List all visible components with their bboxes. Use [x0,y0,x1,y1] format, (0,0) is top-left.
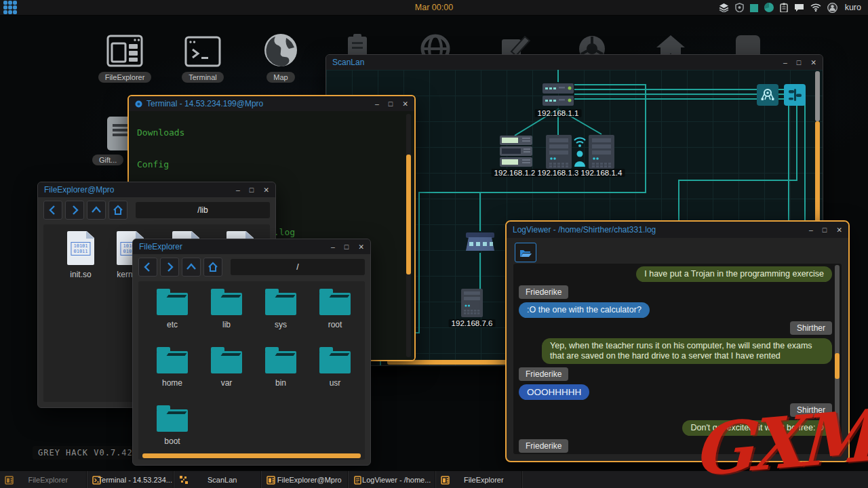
desktop-icon-terminal[interactable]: Terminal [173,33,233,83]
window-title: Terminal - 14.53.234.199@Mpro [146,99,263,108]
open-file-button[interactable] [515,243,536,262]
window-title: ScanLan [332,58,364,67]
desktop-icon-fileexplorer[interactable]: FileExplorer [95,33,155,83]
maximize-button[interactable]: □ [389,100,393,108]
folder-item-lib[interactable]: lib [199,287,254,329]
status-square-icon[interactable] [750,3,758,12]
wifi-user-indicator [572,133,587,171]
home-button[interactable] [203,258,222,277]
wifi-icon[interactable] [810,3,821,12]
username[interactable]: kuro [845,3,861,12]
forward-button[interactable] [160,258,179,277]
folder-item-home[interactable]: home [145,345,199,388]
chat-message: I have put a Trojan in the programming e… [636,266,832,282]
network-node-remote[interactable] [459,288,485,321]
folder-item-sys[interactable]: sys [254,287,308,329]
taskbar-item-terminal[interactable]: Terminal - 14.53.234... [87,471,175,488]
minimize-button[interactable]: – [809,226,813,234]
fileexplorer-icon [95,33,155,68]
network-node-pc1[interactable] [543,134,574,172]
maximize-button[interactable]: □ [823,226,827,234]
scanlan-vscroll-track[interactable] [815,71,820,121]
folder-item-etc[interactable]: etc [145,287,199,329]
home-button[interactable] [108,201,127,220]
window-title: FileExplorer@Mpro [44,185,115,195]
user-account-icon[interactable] [827,3,837,13]
up-button[interactable] [87,201,106,220]
status-pie-icon[interactable] [764,3,774,12]
chat-author: Friederike [519,439,568,453]
chat-message: Don't get excited, it won't be free: D [682,420,832,436]
chat-message: Yep, when the teacher runs it on his com… [542,338,832,364]
wifi-icon [574,138,585,143]
address-bar[interactable]: / [231,259,365,275]
chat-bubble-icon[interactable] [794,3,804,12]
folder-grid: etc lib sys root home var bin usr boot [138,281,365,460]
close-button[interactable]: ✕ [358,243,364,251]
desktop-icon-label: Map [267,72,294,83]
terminal-titlebar[interactable]: Terminal - 14.53.234.199@Mpro – □ ✕ [129,96,414,111]
filter-tool-button[interactable] [784,84,806,106]
chat-message: OOOHHHHH [519,384,589,400]
minimize-button[interactable]: – [375,100,379,108]
file-item-init-so[interactable]: 10101 01011 init.so [54,231,108,279]
home-icon [113,205,123,216]
scan-tool-button[interactable] [757,84,778,106]
clipboard-icon[interactable] [780,3,788,12]
maximize-button[interactable]: □ [250,186,254,194]
back-button[interactable] [43,201,62,220]
up-button[interactable] [182,258,201,277]
home-icon [208,262,218,272]
taskbar-item-fileexplorer-mpro[interactable]: FileExplorer@Mpro [262,471,349,488]
folder-icon [319,293,351,315]
chat-log[interactable]: I have put a Trojan in the programming e… [513,264,842,454]
folder-item-boot[interactable]: boot [145,403,199,446]
folder-item-usr[interactable]: usr [308,345,362,388]
tower-pc-icon [543,134,574,169]
fileexplorer-icon [5,476,14,485]
chat-author: Friederike [519,285,568,299]
fileexplorer-titlebar[interactable]: FileExplorer – □ ✕ [133,239,370,254]
chat-scroll-thumb[interactable] [835,353,840,379]
maximize-button[interactable]: □ [797,58,801,66]
folder-icon [265,351,296,373]
fileexplorer-icon [267,476,275,485]
folder-item-root[interactable]: root [308,287,362,329]
desktop-icon-label: Terminal [182,72,224,83]
minimize-button[interactable]: – [236,186,240,194]
close-button[interactable]: ✕ [263,186,269,194]
terminal-scroll-thumb[interactable] [406,155,411,274]
chat-author: Shirther [790,321,832,335]
fileexplorer-mpro-titlebar[interactable]: FileExplorer@Mpro – □ ✕ [38,182,275,197]
logviewer-titlebar[interactable]: LogViewer - /home/Shirther/chat331.log –… [507,222,848,238]
terminal-icon [92,476,101,485]
folder-item-var[interactable]: var [199,345,254,388]
close-button[interactable]: ✕ [810,58,816,66]
scanlan-icon [179,475,189,485]
network-node-router[interactable] [542,82,574,110]
binary-file-icon: 10101 01011 [67,231,94,265]
taskbar-item-logviewer[interactable]: LogViewer - /home... [349,471,436,488]
network-node-pc2[interactable] [586,134,617,172]
folder-item-bin[interactable]: bin [254,345,308,388]
close-button[interactable]: ✕ [836,226,842,234]
fileexplorer-hscroll-thumb[interactable] [142,453,361,458]
file-name: init.so [54,270,108,279]
network-node-switch[interactable] [465,231,495,256]
scanlan-titlebar[interactable]: ScanLan – □ ✕ [326,55,823,70]
taskbar-item-fileexplorer-min[interactable]: FileExplorer [0,471,87,488]
network-node-rack[interactable] [499,135,533,170]
back-button[interactable] [138,258,157,277]
minimize-button[interactable]: – [331,243,335,251]
desktop-icon-map[interactable]: Map [251,33,311,83]
forward-button[interactable] [65,201,84,220]
shield-icon[interactable] [735,3,744,12]
taskbar-item-scanlan[interactable]: ScanLan [174,471,262,488]
folder-icon [319,351,351,373]
taskbar-item-fileexplorer-2[interactable]: FileExplorer [436,471,524,488]
maximize-button[interactable]: □ [344,243,349,251]
layers-icon[interactable] [719,3,729,12]
minimize-button[interactable]: – [783,58,787,66]
close-button[interactable]: ✕ [402,100,408,108]
address-bar[interactable]: /lib [136,202,270,218]
